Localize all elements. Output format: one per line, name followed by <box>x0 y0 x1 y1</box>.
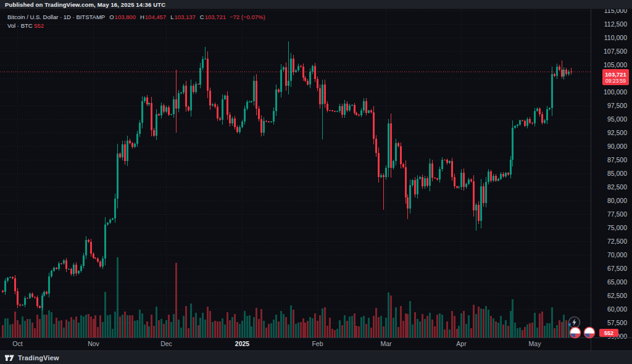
time-tick-label: Feb <box>312 340 323 347</box>
volume-bar <box>41 308 43 337</box>
volume-bar <box>544 326 546 337</box>
candle-body <box>9 277 11 278</box>
candle-body <box>529 119 531 123</box>
tradingview-logo-icon[interactable] <box>5 354 14 362</box>
volume-bar <box>160 319 162 337</box>
candle-body <box>214 104 216 107</box>
volume-bar <box>424 319 426 337</box>
candle-body <box>275 89 277 111</box>
volume-bar <box>148 326 150 337</box>
candle-body <box>365 101 367 113</box>
volume-bar <box>73 320 75 337</box>
candle-body <box>60 263 62 264</box>
volume-bar <box>60 320 62 337</box>
published-bar: Published on TradingView.com, May 16, 20… <box>0 0 632 9</box>
candle-body <box>414 180 416 194</box>
candle-body <box>183 86 185 93</box>
volume-bar <box>346 321 348 337</box>
candle-body <box>43 292 45 296</box>
volume-bar <box>402 321 404 337</box>
candle-body <box>256 81 257 109</box>
volume-bar <box>122 315 123 337</box>
candle-body <box>373 112 375 139</box>
volume-bar <box>46 315 48 337</box>
candle-body <box>556 67 558 76</box>
volume-bar <box>300 322 302 337</box>
candle-body <box>549 108 551 109</box>
candle-body <box>324 85 326 103</box>
volume-bar <box>307 321 309 337</box>
volume-bar <box>288 325 289 337</box>
candle-body <box>390 123 392 168</box>
volume-bar <box>241 321 243 337</box>
candle-body <box>122 144 123 157</box>
candle-body <box>139 123 141 133</box>
price-tick-label: 80,000 <box>607 197 627 204</box>
volume-bar <box>94 315 96 337</box>
current-price-badge: 103,721 09:23:59 <box>602 69 629 85</box>
price-tick-label: 75,000 <box>607 224 627 231</box>
candle-body <box>405 167 407 197</box>
candle-body <box>554 74 555 75</box>
volume-bar <box>458 326 460 337</box>
price-tick-label: 100,000 <box>604 88 627 96</box>
brand-name[interactable]: TradingView <box>18 354 59 362</box>
candle-body <box>465 184 467 187</box>
candle-body <box>441 160 443 169</box>
volume-bar <box>475 314 477 337</box>
volume-bar <box>549 323 551 337</box>
candle-body <box>31 294 33 297</box>
volume-bar <box>58 321 60 337</box>
candle-body <box>417 179 418 194</box>
candle-body <box>351 105 353 105</box>
candle-body <box>193 86 194 92</box>
volume-bar <box>436 315 438 337</box>
volume-bar <box>202 313 204 337</box>
candlestick-chart[interactable]: 55,00057,50060,00062,50065,00067,50070,0… <box>0 0 632 364</box>
volume-bar <box>131 315 133 337</box>
volume-bar <box>344 315 346 337</box>
candle-body <box>48 276 50 294</box>
volume-bar <box>285 317 287 337</box>
low-label: L <box>170 14 173 20</box>
candle-body <box>326 104 328 110</box>
volume-bar <box>139 310 141 337</box>
candle-body <box>85 240 87 255</box>
candle-body <box>36 297 38 306</box>
candle-body <box>346 104 348 110</box>
volume-bar <box>209 311 211 337</box>
volume-bar <box>224 325 226 337</box>
symbol-title[interactable]: Bitcoin / U.S. Dollar · 1D · BITSTAMP <box>7 14 105 20</box>
candle-body <box>314 66 316 78</box>
candle-body <box>73 265 75 274</box>
chart-legend: Bitcoin / U.S. Dollar · 1D · BITSTAMPO10… <box>7 13 265 30</box>
candle-body <box>559 67 560 70</box>
candle-body <box>244 109 246 122</box>
candle-body <box>68 269 70 270</box>
volume-bar <box>319 315 321 337</box>
volume-bar <box>375 308 377 337</box>
volume-bar <box>358 326 360 337</box>
candle-body <box>339 106 341 111</box>
volume-bar <box>446 321 448 337</box>
candle-body <box>24 298 26 305</box>
candle-body <box>119 154 121 157</box>
volume-bar <box>168 315 170 337</box>
close-label: C <box>200 14 204 20</box>
volume-bar <box>280 311 282 337</box>
candle-body <box>497 179 499 181</box>
volume-bar <box>370 328 372 337</box>
candle-body <box>190 86 192 110</box>
candle-body <box>300 66 302 67</box>
candle-body <box>53 268 55 271</box>
volume-bar <box>199 318 201 337</box>
candle-body <box>22 305 23 305</box>
price-tick-label: 95,000 <box>607 115 627 123</box>
candle-body <box>163 105 165 111</box>
volume-bar <box>483 309 484 337</box>
volume-bar <box>275 315 277 337</box>
candle-body <box>41 296 43 307</box>
volume-bar <box>144 325 146 337</box>
volume-label: Vol · BTC <box>7 22 33 29</box>
volume-bar <box>449 329 451 337</box>
